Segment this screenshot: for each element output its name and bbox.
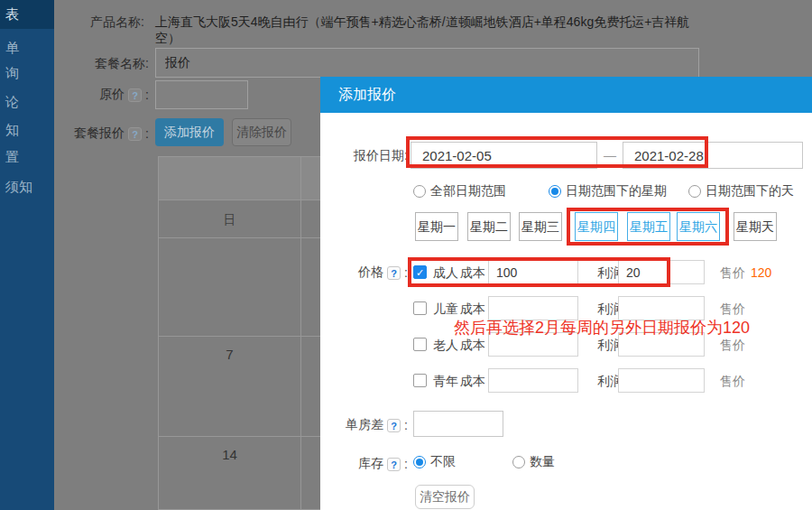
calendar-day-header: 日 <box>159 200 301 237</box>
sidebar-item-5[interactable]: 知 <box>0 116 54 144</box>
dialog-header: 添加报价 <box>320 77 812 113</box>
empty-quote-button[interactable]: 清空报价 <box>415 485 475 509</box>
sidebar-item-4[interactable]: 论 <box>0 88 54 116</box>
date-end-input[interactable] <box>623 142 803 169</box>
date-range-separator: — <box>599 148 621 162</box>
package-name-input[interactable] <box>155 48 699 78</box>
weekday-button-mon[interactable]: 星期一 <box>415 212 458 241</box>
weekday-button-sat[interactable]: 星期六 <box>677 212 720 241</box>
price-row-youth: 青年 成本 利润 售价 <box>320 367 812 394</box>
cost-input-adult[interactable] <box>488 260 578 284</box>
radio-icon <box>688 185 701 198</box>
package-quote-label-text: 套餐报价 <box>74 125 125 142</box>
help-icon[interactable]: ? <box>387 419 401 432</box>
quote-date-label: 报价日期: <box>329 148 408 164</box>
stock-label: 库存 ? : <box>329 456 408 472</box>
radio-icon <box>413 456 426 468</box>
add-quote-button[interactable]: 添加报价 <box>155 118 224 146</box>
package-quote-label: 套餐报价 ? : <box>54 125 149 142</box>
sidebar-item-7[interactable]: 须知 <box>0 173 54 200</box>
sale-price-adult: 120 <box>751 265 771 280</box>
weekday-button-fri[interactable]: 星期五 <box>627 212 670 241</box>
sidebar-item-3[interactable]: 询 <box>0 60 54 87</box>
sidebar-item-2[interactable]: 单 <box>0 34 54 61</box>
annotation-note: 然后再选择2月每周的另外日期报价为120 <box>454 317 806 338</box>
profit-input-youth[interactable] <box>618 368 705 393</box>
help-icon[interactable]: ? <box>128 88 142 102</box>
dialog-title: 添加报价 <box>338 77 396 113</box>
help-icon[interactable]: ? <box>387 458 401 471</box>
checkbox-youth[interactable] <box>413 374 427 387</box>
weekday-button-tue[interactable]: 星期二 <box>467 212 511 241</box>
app-window: 表 单 询 论 知 置 须知 产品名称: 上海直飞大阪5天4晚自由行（端午预售+… <box>0 0 812 510</box>
price-row-adult: ✓ 成人 成本 利润 售价 120 <box>320 259 812 286</box>
sidebar-item-6[interactable]: 置 <box>0 144 54 171</box>
colon: : <box>145 88 149 102</box>
sidebar-item-1[interactable]: 表 <box>0 0 54 29</box>
weekday-button-sun[interactable]: 星期天 <box>734 212 777 241</box>
original-price-input[interactable] <box>155 80 248 109</box>
weekday-button-wed[interactable]: 星期三 <box>519 212 562 241</box>
product-name-value: 上海直飞大阪5天4晚自由行（端午预售+精选心斋桥/道顿崛地铁酒店+单程46kg免… <box>155 14 697 47</box>
radio-icon <box>413 185 426 198</box>
original-price-label-text: 原价 <box>99 87 125 103</box>
checkbox-adult[interactable]: ✓ <box>413 265 427 279</box>
radio-stock-quantity[interactable]: 数量 <box>512 454 555 470</box>
help-icon[interactable]: ? <box>128 127 142 141</box>
single-room-input[interactable] <box>413 411 503 437</box>
radio-all-date-range[interactable]: 全部日期范围 <box>413 183 506 199</box>
cost-input-youth[interactable] <box>488 368 578 393</box>
product-name-label: 产品名称: <box>54 14 144 31</box>
radio-days-in-range[interactable]: 日期范围下的天 <box>688 183 794 199</box>
weekday-button-thu[interactable]: 星期四 <box>575 212 618 241</box>
add-quote-dialog: 添加报价 报价日期: — 全部日期范围 日期范围下的星期 日期范围下的天 星期一… <box>320 77 812 510</box>
original-price-label: 原价 ? : <box>54 87 149 103</box>
radio-stock-unlimited[interactable]: 不限 <box>413 454 456 470</box>
single-room-label: 单房差 ? : <box>329 417 408 433</box>
radio-icon <box>549 185 561 198</box>
profit-input-adult[interactable] <box>618 260 705 284</box>
date-start-input[interactable] <box>411 142 597 169</box>
colon: : <box>145 126 149 141</box>
clear-quote-button[interactable]: 清除报价 <box>232 118 291 146</box>
checkbox-elderly[interactable] <box>413 338 427 351</box>
radio-weekdays-in-range[interactable]: 日期范围下的星期 <box>549 183 667 199</box>
checkbox-child[interactable] <box>413 301 427 315</box>
sidebar: 表 单 询 论 知 置 须知 <box>0 0 54 510</box>
radio-icon <box>512 456 525 468</box>
package-name-label: 套餐名称: <box>54 56 149 72</box>
